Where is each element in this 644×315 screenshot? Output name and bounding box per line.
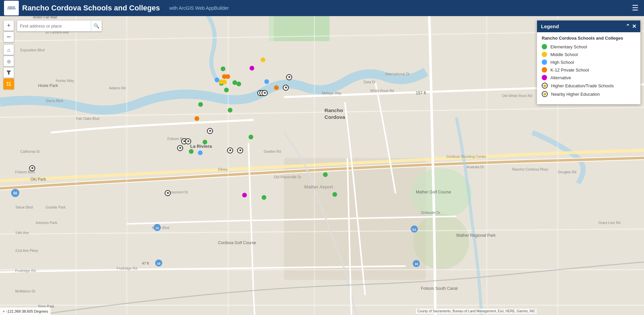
legend-close-button[interactable]: ✕ bbox=[632, 23, 636, 30]
app-title: Rancho Cordova Schools and Colleges bbox=[22, 4, 160, 12]
svg-text:Data Dr: Data Dr bbox=[364, 80, 376, 84]
svg-text:Fruitridge Rd: Fruitridge Rd bbox=[15, 269, 36, 273]
svg-text:E2: E2 bbox=[413, 228, 416, 231]
app-subtitle: with ArcGIS Web AppBuilder bbox=[169, 5, 229, 11]
marker-higher-education[interactable]: 🎓 bbox=[177, 145, 183, 151]
elementary-label: Elementary School bbox=[550, 44, 587, 49]
svg-text:Zinfandel Dr: Zinfandel Dr bbox=[421, 211, 440, 215]
k12-dot bbox=[542, 67, 547, 73]
svg-text:Rancho: Rancho bbox=[325, 107, 343, 113]
marker-higher-education[interactable]: 🎓 bbox=[185, 138, 191, 144]
svg-text:Douglas Rd: Douglas Rd bbox=[558, 170, 576, 174]
svg-text:Dilsey: Dilsey bbox=[218, 167, 228, 171]
svg-text:16: 16 bbox=[415, 262, 418, 266]
legend-item-alternative: Alternative bbox=[542, 75, 636, 80]
svg-rect-108 bbox=[9, 84, 11, 86]
legend-title: Legend bbox=[541, 24, 559, 29]
legend-header: Legend ⌃ ✕ bbox=[537, 20, 640, 32]
marker-high-school[interactable] bbox=[198, 150, 203, 155]
middle-label: Middle School bbox=[550, 52, 578, 57]
svg-text:Cordova Shooting Center: Cordova Shooting Center bbox=[446, 154, 486, 159]
elementary-dot bbox=[542, 44, 547, 49]
marker-elementary[interactable] bbox=[323, 172, 328, 177]
svg-text:Cordova Golf Course: Cordova Golf Course bbox=[218, 240, 256, 245]
svg-text:McMahon Dr: McMahon Dr bbox=[15, 289, 36, 293]
svg-text:White Rock Rd: White Rock Rd bbox=[370, 89, 394, 93]
svg-text:Folsom South Canal: Folsom South Canal bbox=[421, 286, 458, 291]
alternative-label: Alternative bbox=[550, 75, 571, 80]
k12-label: K-12 Private School bbox=[550, 68, 589, 73]
marker-elementary[interactable] bbox=[203, 140, 207, 144]
svg-text:Malaga Way: Malaga Way bbox=[322, 91, 342, 95]
marker-higher-education[interactable]: 🎓 bbox=[283, 85, 289, 91]
marker-k12-private[interactable] bbox=[274, 85, 279, 90]
home-button[interactable]: ⌂ bbox=[3, 44, 14, 55]
svg-text:Johnson Park: Johnson Park bbox=[36, 221, 57, 225]
marker-elementary[interactable] bbox=[249, 135, 253, 139]
svg-text:50: 50 bbox=[13, 191, 17, 195]
locate-button[interactable]: ◎ bbox=[3, 56, 14, 66]
marker-higher-education[interactable]: 🎓 bbox=[207, 128, 213, 134]
search-button[interactable]: 🔍 bbox=[91, 20, 102, 31]
svg-text:Howe Park: Howe Park bbox=[38, 83, 58, 88]
attribution-text: County of Sacramento, Bureau of Land Man… bbox=[416, 309, 537, 314]
legend-item-k12: K-12 Private School bbox=[542, 67, 636, 73]
marker-elementary[interactable] bbox=[224, 88, 229, 92]
zoom-in-button[interactable]: + bbox=[3, 20, 14, 31]
marker-k12-private[interactable] bbox=[195, 116, 199, 121]
legend-item-high: High School bbox=[542, 59, 636, 65]
marker-higher-education[interactable]: 🎓 bbox=[165, 190, 171, 196]
menu-icon[interactable]: ☰ bbox=[630, 2, 641, 14]
marker-high-school[interactable] bbox=[215, 78, 219, 82]
legend-controls: ⌃ ✕ bbox=[626, 23, 636, 30]
marker-elementary[interactable] bbox=[262, 195, 266, 200]
marker-alternative[interactable] bbox=[242, 193, 247, 197]
nearby-he-icon: 😊 bbox=[542, 91, 548, 97]
marker-elementary[interactable] bbox=[198, 102, 203, 107]
legend-item-nearby-he: 😊 Nearby Higher Education bbox=[542, 91, 636, 97]
search-input[interactable] bbox=[17, 20, 91, 31]
filter-button[interactable] bbox=[3, 67, 14, 78]
svg-text:Oki Park: Oki Park bbox=[31, 177, 46, 182]
marker-middle-school[interactable] bbox=[261, 57, 265, 62]
middle-dot bbox=[542, 52, 547, 57]
legend-collapse-button[interactable]: ⌃ bbox=[626, 23, 630, 30]
legend-item-middle: Middle School bbox=[542, 52, 636, 57]
coordinates: -121.369 38.605 Degrees bbox=[6, 309, 48, 313]
svg-text:Mather Golf Course: Mather Golf Course bbox=[416, 190, 451, 194]
svg-text:California St: California St bbox=[20, 149, 40, 153]
marker-elementary[interactable] bbox=[189, 149, 194, 154]
svg-text:Grant Line Rd: Grant Line Rd bbox=[598, 221, 621, 225]
marker-elementary[interactable] bbox=[221, 66, 225, 71]
marker-higher-education[interactable]: 🎓 bbox=[237, 147, 243, 153]
svg-text:Fruitridge Rd: Fruitridge Rd bbox=[117, 266, 137, 270]
marker-elementary[interactable] bbox=[228, 108, 232, 113]
marker-elementary[interactable] bbox=[332, 192, 337, 197]
legend-map-title: Rancho Cordova Schools and Colleges bbox=[542, 36, 636, 41]
marker-higher-education[interactable]: 🎓 bbox=[286, 74, 292, 80]
zoom-out-button[interactable]: − bbox=[3, 32, 14, 42]
marker-middle-school[interactable] bbox=[222, 80, 227, 84]
svg-rect-4 bbox=[274, 16, 329, 41]
marker-elementary[interactable] bbox=[236, 82, 241, 86]
svg-text:Cordova: Cordova bbox=[325, 114, 345, 120]
higher-ed-icon: 😊 bbox=[542, 83, 548, 89]
svg-text:Exposition Blvd: Exposition Blvd bbox=[20, 48, 44, 52]
higher-ed-label: Higher Education/Trade Schools bbox=[551, 83, 614, 88]
search-bar: 🔍 bbox=[17, 20, 102, 32]
basemap-button[interactable] bbox=[3, 79, 14, 89]
marker-higher-education[interactable]: 🎓 bbox=[29, 165, 35, 171]
svg-text:Hurley Way: Hurley Way bbox=[56, 79, 74, 83]
map-controls: + − ⌂ ◎ bbox=[3, 20, 14, 89]
svg-rect-106 bbox=[9, 82, 11, 84]
marker-k12-private[interactable] bbox=[225, 74, 230, 79]
marker-alternative[interactable] bbox=[250, 66, 254, 71]
header-right: ☰ bbox=[630, 4, 644, 12]
svg-text:Granite Park: Granite Park bbox=[46, 206, 66, 210]
svg-text:16: 16 bbox=[157, 262, 160, 265]
marker-higher-education[interactable]: 🎓 bbox=[227, 147, 233, 153]
svg-text:Mather Regional Park: Mather Regional Park bbox=[457, 233, 496, 238]
marker-high-school[interactable] bbox=[264, 79, 269, 84]
marker-higher-education[interactable]: 🎓 bbox=[262, 90, 268, 96]
svg-rect-105 bbox=[7, 82, 8, 84]
